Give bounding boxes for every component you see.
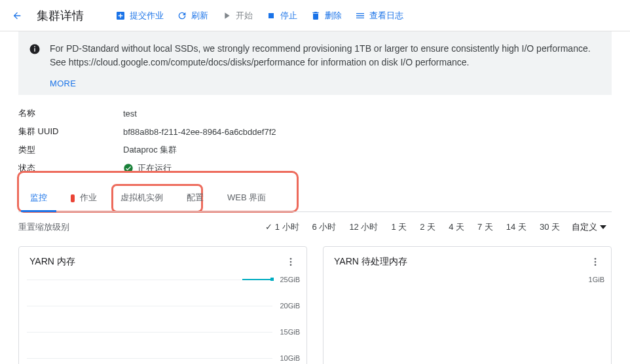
tab-jobs[interactable]: 作业	[59, 184, 109, 211]
refresh-label: 刷新	[191, 10, 208, 22]
start-button[interactable]: 开始	[221, 10, 253, 22]
time-1h-label: 1 小时	[275, 222, 299, 232]
page-title: 集群详情	[37, 8, 84, 24]
info-banner: For PD-Standard without local SSDs, we s…	[18, 31, 612, 95]
tab-web[interactable]: WEB 界面	[215, 184, 278, 211]
svg-point-7	[595, 258, 597, 260]
time-12h-button[interactable]: 12 小时	[343, 217, 384, 237]
time-range-selector: ✓1 小时 6 小时 12 小时 1 天 2 天 4 天 7 天 14 天 30…	[259, 217, 612, 237]
tab-monitor-label: 监控	[30, 192, 47, 202]
stop-icon	[266, 10, 276, 21]
check-circle-icon	[123, 163, 134, 173]
time-1d-button[interactable]: 1 天	[384, 217, 413, 237]
stop-label: 停止	[280, 10, 297, 22]
play-icon	[221, 10, 232, 21]
plus-box-icon	[115, 10, 126, 21]
view-logs-button[interactable]: 查看日志	[355, 10, 403, 22]
time-6h-button[interactable]: 6 小时	[306, 217, 343, 237]
reset-zoom-button[interactable]: 重置缩放级别	[18, 221, 69, 233]
name-value: test	[123, 107, 137, 119]
tab-jobs-label: 作业	[80, 192, 97, 202]
chart-yarn-memory: YARN 内存 25GiB 20GiB 15GiB 10GiB	[18, 246, 307, 364]
more-vert-icon	[590, 257, 601, 267]
time-30d-button[interactable]: 30 天	[533, 217, 566, 237]
tab-monitor[interactable]: 监控	[18, 184, 59, 211]
info-icon	[29, 43, 41, 55]
submit-job-label: 提交作业	[130, 10, 164, 22]
type-label: 类型	[18, 144, 123, 156]
stop-button[interactable]: 停止	[266, 10, 297, 22]
list-icon	[355, 10, 365, 21]
tab-config[interactable]: 配置	[175, 184, 215, 211]
svg-rect-1	[34, 48, 35, 52]
time-custom-label: 自定义	[572, 221, 597, 233]
arrow-left-icon	[12, 10, 22, 21]
tick-1gib: 1GiB	[589, 276, 604, 283]
delete-label: 删除	[325, 10, 342, 22]
time-custom-dropdown[interactable]: 自定义	[566, 217, 612, 237]
notification-dot-icon	[71, 194, 75, 202]
tick-25gib: 25GiB	[280, 276, 300, 283]
status-value: 正在运行	[138, 162, 172, 174]
submit-job-button[interactable]: 提交作业	[115, 10, 164, 22]
delete-button[interactable]: 删除	[310, 10, 342, 22]
chart-yarn-pending: YARN 待处理内存 1GiB	[323, 246, 612, 364]
tick-15gib: 15GiB	[280, 328, 300, 336]
chevron-down-icon	[600, 225, 606, 229]
chart-line	[242, 279, 272, 280]
cluster-details: 名称 test 集群 UUID bf88a8b8-f211-42ee-8964-…	[18, 104, 612, 177]
tick-20gib: 20GiB	[280, 302, 300, 310]
tabs: 监控 作业 虚拟机实例 配置 WEB 界面	[18, 184, 612, 212]
svg-rect-2	[34, 46, 35, 48]
svg-point-4	[290, 258, 292, 260]
more-vert-icon	[286, 257, 296, 267]
tab-vms[interactable]: 虚拟机实例	[109, 184, 175, 211]
status-label: 状态	[18, 162, 123, 174]
svg-point-5	[290, 261, 292, 263]
refresh-icon	[177, 10, 187, 21]
chart-line-end	[270, 278, 274, 281]
svg-point-8	[595, 261, 597, 263]
chart-menu-button[interactable]	[286, 257, 296, 267]
chart-menu-button[interactable]	[590, 257, 601, 267]
chart-title-yarn-pending: YARN 待处理内存	[334, 256, 407, 268]
svg-point-3	[124, 164, 132, 172]
type-value: Dataproc 集群	[123, 144, 177, 156]
time-2d-button[interactable]: 2 天	[413, 217, 442, 237]
uuid-value: bf88a8b8-f211-42ee-8964-6a6cbddef7f2	[123, 126, 276, 137]
info-text: For PD-Standard without local SSDs, we s…	[50, 42, 601, 69]
chart-body-yarn-pending: 1GiB	[324, 274, 611, 364]
uuid-label: 集群 UUID	[18, 126, 123, 137]
chart-body-yarn-memory: 25GiB 20GiB 15GiB 10GiB	[19, 274, 306, 364]
time-1h-button[interactable]: ✓1 小时	[259, 217, 306, 237]
start-label: 开始	[236, 10, 253, 22]
back-button[interactable]	[8, 7, 26, 25]
chart-title-yarn-memory: YARN 内存	[29, 256, 75, 268]
tab-config-label: 配置	[187, 192, 204, 202]
logs-label: 查看日志	[369, 10, 403, 22]
tab-web-label: WEB 界面	[227, 192, 266, 202]
name-label: 名称	[18, 107, 123, 119]
refresh-button[interactable]: 刷新	[177, 10, 208, 22]
tick-10gib: 10GiB	[280, 354, 300, 362]
svg-point-9	[595, 264, 597, 266]
trash-icon	[310, 10, 321, 21]
time-7d-button[interactable]: 7 天	[471, 217, 500, 237]
info-more-button[interactable]: MORE	[50, 79, 601, 88]
time-14d-button[interactable]: 14 天	[500, 217, 533, 237]
check-icon: ✓	[265, 222, 272, 232]
time-4d-button[interactable]: 4 天	[442, 217, 471, 237]
svg-point-6	[290, 264, 292, 266]
tab-vms-label: 虚拟机实例	[120, 192, 163, 202]
